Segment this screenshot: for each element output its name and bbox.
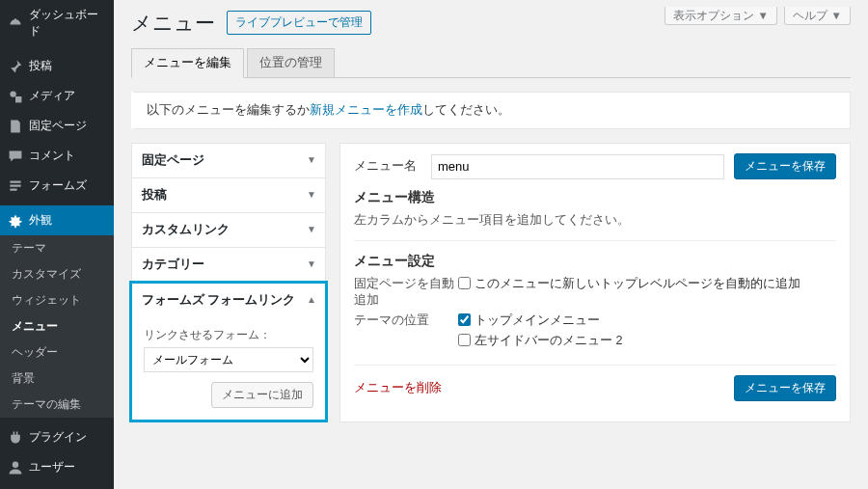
menu-settings-heading: メニュー設定 xyxy=(354,240,836,270)
comment-icon xyxy=(8,149,23,164)
sidebar-label: ダッシュボード xyxy=(29,7,106,40)
sidebar-item-posts[interactable]: 投稿 xyxy=(0,51,114,81)
sidebar-sub-menus[interactable]: メニュー xyxy=(0,313,114,340)
screen-options-button[interactable]: 表示オプション ▼ xyxy=(665,7,777,25)
menu-items-column: 固定ページ▼ 投稿▼ カスタムリンク▼ カテゴリー▼ フォームズ フォームリンク… xyxy=(131,143,326,422)
sidebar-item-forms[interactable]: フォームズ xyxy=(0,171,114,201)
dashboard-icon xyxy=(8,15,23,31)
location-left-sidebar[interactable]: 左サイドバーのメニュー 2 xyxy=(458,333,836,349)
sidebar-label: プラグイン xyxy=(29,429,87,446)
tab-edit-menus[interactable]: メニューを編集 xyxy=(131,48,244,78)
pin-icon xyxy=(8,59,23,74)
sidebar-sub-themes[interactable]: テーマ xyxy=(0,235,114,261)
create-new-menu-link[interactable]: 新規メニューを作成 xyxy=(310,103,422,117)
sidebar-sub-header[interactable]: ヘッダー xyxy=(0,340,114,366)
menu-select-notice: 以下のメニューを編集するか新規メニューを作成してください。 xyxy=(131,92,851,129)
forms-icon xyxy=(8,178,23,194)
sidebar-label: メディア xyxy=(29,88,75,104)
accordion-categories[interactable]: カテゴリー▼ xyxy=(132,248,325,282)
chevron-down-icon: ▼ xyxy=(307,224,316,234)
sidebar-item-plugins[interactable]: プラグイン xyxy=(0,422,114,452)
sidebar-item-comments[interactable]: コメント xyxy=(0,141,114,171)
sidebar-label: 外観 xyxy=(29,212,52,229)
accordion-posts[interactable]: 投稿▼ xyxy=(132,178,325,212)
appearance-icon xyxy=(8,213,23,229)
sidebar-label: フォームズ xyxy=(29,177,87,194)
sidebar-label: ユーザー xyxy=(29,459,75,475)
sidebar-sub-customize[interactable]: カスタマイズ xyxy=(0,261,114,287)
location-left-sidebar-checkbox[interactable] xyxy=(458,334,471,346)
accordion-forms-formlink: フォームズ フォームリンク▲ リンクさせるフォーム： メールフォーム メニューに… xyxy=(129,281,328,422)
accordion-forms-header[interactable]: フォームズ フォームリンク▲ xyxy=(132,284,325,317)
chevron-down-icon: ▼ xyxy=(307,154,316,165)
menu-structure-desc: 左カラムからメニュー項目を追加してください。 xyxy=(354,212,836,229)
sidebar-sub-background[interactable]: 背景 xyxy=(0,366,114,392)
chevron-down-icon: ▼ xyxy=(307,189,316,200)
sidebar-item-media[interactable]: メディア xyxy=(0,81,114,111)
form-select[interactable]: メールフォーム xyxy=(144,347,313,372)
plugin-icon xyxy=(8,430,23,446)
add-to-menu-button[interactable]: メニューに追加 xyxy=(211,382,313,408)
auto-add-checkbox[interactable] xyxy=(458,277,471,289)
page-icon xyxy=(8,119,23,134)
sidebar-sub-editor[interactable]: テーマの編集 xyxy=(0,392,114,418)
svg-point-0 xyxy=(10,91,15,96)
delete-menu-link[interactable]: メニューを削除 xyxy=(354,380,442,396)
live-preview-button[interactable]: ライブプレビューで管理 xyxy=(227,11,371,35)
sidebar-item-users[interactable]: ユーザー xyxy=(0,452,114,482)
auto-add-option[interactable]: このメニューに新しいトップレベルページを自動的に追加 xyxy=(458,276,836,292)
form-select-label: リンクさせるフォーム： xyxy=(144,327,313,343)
accordion-custom-links[interactable]: カスタムリンク▼ xyxy=(132,213,325,247)
location-top-main-checkbox[interactable] xyxy=(458,313,471,326)
menu-editor: メニュー名 メニューを保存 メニュー構造 左カラムからメニュー項目を追加してくだ… xyxy=(339,143,851,422)
location-top-main[interactable]: トップメインメニュー xyxy=(458,312,836,329)
sidebar-label: コメント xyxy=(29,148,75,164)
nav-tabs: メニューを編集 位置の管理 xyxy=(131,48,851,78)
accordion-pages[interactable]: 固定ページ▼ xyxy=(132,144,325,177)
help-button[interactable]: ヘルプ ▼ xyxy=(784,7,851,25)
user-icon xyxy=(8,460,23,475)
sidebar-label: 固定ページ xyxy=(29,118,87,134)
sidebar-item-pages[interactable]: 固定ページ xyxy=(0,111,114,141)
sidebar-item-appearance[interactable]: 外観 xyxy=(0,205,114,235)
menu-name-label: メニュー名 xyxy=(354,158,421,175)
menu-name-input[interactable] xyxy=(431,154,724,179)
sidebar-label: 投稿 xyxy=(29,58,52,74)
media-icon xyxy=(8,89,23,104)
auto-add-label: 固定ページを自動追加 xyxy=(354,276,458,309)
screen-meta: 表示オプション ▼ ヘルプ ▼ xyxy=(661,8,851,23)
admin-sidebar: ダッシュボード 投稿 メディア 固定ページ コメント フォームズ 外観 テーマ … xyxy=(0,0,114,489)
sidebar-item-dashboard[interactable]: ダッシュボード xyxy=(0,0,114,46)
svg-point-1 xyxy=(13,461,18,467)
menu-structure-heading: メニュー構造 xyxy=(354,189,836,206)
chevron-up-icon: ▲ xyxy=(307,294,316,305)
save-menu-button-top[interactable]: メニューを保存 xyxy=(734,153,836,179)
sidebar-item-tools[interactable]: ツール xyxy=(0,482,114,489)
tab-manage-locations[interactable]: 位置の管理 xyxy=(247,48,335,77)
theme-location-label: テーマの位置 xyxy=(354,312,458,353)
page-title: メニュー xyxy=(131,10,215,37)
save-menu-button-bottom[interactable]: メニューを保存 xyxy=(734,375,836,401)
sidebar-sub-widgets[interactable]: ウィジェット xyxy=(0,287,114,313)
chevron-down-icon: ▼ xyxy=(307,258,316,269)
